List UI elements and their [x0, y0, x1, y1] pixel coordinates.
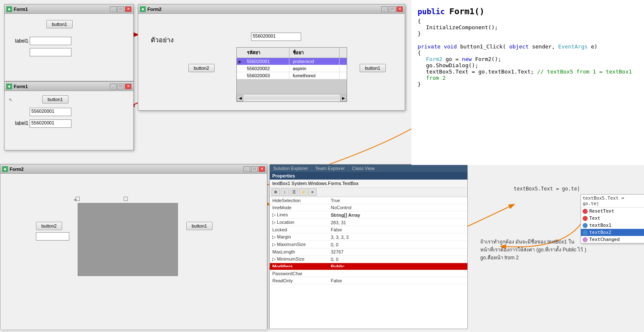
- code-showdialog: go.ShowDialog();: [418, 62, 638, 68]
- props-btn-2[interactable]: ↕: [281, 188, 289, 196]
- form2-bottom-datagrid[interactable]: [78, 203, 178, 276]
- tab-class-view[interactable]: Class View: [349, 165, 378, 172]
- props-btn-1[interactable]: ⚙: [271, 188, 280, 196]
- scroll-left[interactable]: ◀: [237, 95, 243, 101]
- prop-val-minimumsize: 0, 0: [328, 256, 467, 263]
- prop-val-maximumsize: 0, 0: [328, 241, 467, 248]
- col-code: รหัสยา: [243, 48, 289, 58]
- f2t-min[interactable]: _: [381, 6, 388, 12]
- autocomplete-label-textbox2: textBox2: [589, 230, 611, 235]
- prop-row-hideselection: HideSelection True: [270, 197, 467, 204]
- form2-bottom-button2[interactable]: button2: [36, 222, 62, 230]
- prop-name-locked: Locked: [270, 226, 328, 233]
- code-block-constructor: { InitializeComponent(); }: [418, 18, 638, 37]
- autocomplete-popup: textBox5.Text = go.te| ResetText Text te…: [581, 194, 644, 243]
- prop-row-maxlength: MaxLength 32767: [270, 248, 467, 256]
- form2-top-button2[interactable]: button2: [188, 64, 215, 72]
- form1-bottom-button1[interactable]: button1: [42, 95, 68, 104]
- form1-bottom-textbox2[interactable]: 556020001: [30, 119, 71, 128]
- kw-private: private: [418, 43, 444, 50]
- prop-expand-minimumsize[interactable]: ▷ MinimumSize: [270, 256, 328, 263]
- prop-row-modifiers[interactable]: Modifiers Public: [270, 263, 467, 270]
- f2b-max[interactable]: □: [251, 166, 258, 172]
- autocomplete-item-text[interactable]: Text: [581, 215, 644, 222]
- scroll-right[interactable]: ▶: [340, 95, 347, 101]
- code-param-sender: sender,: [532, 43, 558, 50]
- example-text: ตัวอย่าง: [151, 35, 174, 45]
- form1-bottom-textbox1[interactable]: 556020001: [30, 108, 71, 116]
- f2b-cls[interactable]: ✕: [259, 166, 265, 172]
- form1-bottom-icon: ■: [6, 84, 12, 89]
- properties-object-label: textBox1 System.Windows.Forms.TextBox: [270, 180, 467, 188]
- f2b-min[interactable]: _: [243, 166, 250, 172]
- minimize-btn[interactable]: _: [110, 6, 117, 12]
- properties-table: HideSelection True ImeMode NoControl ▷ L…: [270, 197, 467, 284]
- datagrid-row-0[interactable]: ▶ 556020001 probenicid: [237, 58, 347, 65]
- autocomplete-icon-textbox2: [583, 230, 588, 235]
- close-btn[interactable]: ✕: [125, 6, 132, 12]
- tab-team-explorer[interactable]: Team Explorer: [312, 165, 349, 172]
- form1-bottom-label1-text: label1: [15, 120, 28, 126]
- autocomplete-label-resettext: ResetText: [589, 208, 614, 214]
- prop-name-modifiers: Modifiers: [270, 263, 328, 270]
- kw-void: void: [444, 43, 460, 50]
- props-btn-4[interactable]: ⚡: [299, 188, 307, 196]
- prop-expand-margin[interactable]: ▷ Margin: [270, 233, 328, 241]
- code-textbox-assign: textBox5.Text = go.textBox1.Text; // tex…: [418, 68, 638, 81]
- datagrid-row-2[interactable]: 556020003 fumethonol: [237, 72, 347, 79]
- form2-top-title: Form2: [147, 7, 162, 12]
- code-type-eventargs: EventArgs: [558, 43, 591, 50]
- code-line-public-form1: public Form1(): [418, 6, 638, 16]
- maximize-btn[interactable]: □: [117, 6, 124, 12]
- form2-bottom-button1[interactable]: button1: [186, 222, 213, 230]
- prop-expand-maximumsize[interactable]: ▷ MaximumSize: [270, 241, 328, 248]
- code-assign-stmt: textBox5.Text = go.textBox1.Text;: [426, 68, 537, 75]
- form2-bottom-controls: _ □ ✕: [243, 166, 265, 172]
- form1-top-titlebar: ■ Form1 _ □ ✕: [5, 5, 133, 14]
- properties-header-label: Properties: [272, 173, 295, 178]
- form1-top-window: ■ Form1 _ □ ✕ button1 label1: [4, 4, 134, 81]
- form2-top-textbox-value: 556020001: [253, 33, 276, 38]
- autocomplete-code-prefix: textBox5.Text = go.te|: [581, 195, 644, 208]
- f2t-max[interactable]: □: [389, 6, 396, 12]
- max-btn[interactable]: □: [117, 84, 124, 89]
- form2-top-controls: _ □ ✕: [381, 6, 403, 12]
- annotation-textbox5-code: textBox5.Text = go.te|: [514, 186, 580, 192]
- code-block-button1click: private void button1_Click( object sende…: [418, 43, 638, 87]
- prop-row-lines: ▷ Lines String[] Array: [270, 211, 467, 219]
- form2-bottom-textbox[interactable]: [36, 232, 69, 241]
- f2t-cls[interactable]: ✕: [396, 6, 403, 12]
- autocomplete-item-textbox2[interactable]: textBox2: [581, 229, 644, 236]
- autocomplete-item-textbox1[interactable]: textBox1: [581, 222, 644, 229]
- row0-col1: 556020001: [243, 58, 289, 65]
- datagrid-scrollbar[interactable]: ◀ ▶: [237, 94, 347, 101]
- form1-top-textbox2[interactable]: [30, 48, 71, 56]
- header-indicator: [237, 48, 243, 58]
- cls-btn[interactable]: ✕: [125, 84, 132, 89]
- form2-top-button1[interactable]: button1: [360, 64, 386, 72]
- props-btn-5[interactable]: ≡: [308, 188, 317, 196]
- props-btn-3[interactable]: ☰: [290, 188, 298, 196]
- form2-bottom-title: Form2: [10, 167, 24, 172]
- prop-expand-lines[interactable]: ▷ Lines: [270, 211, 328, 219]
- prop-val-lines: String[] Array: [328, 211, 467, 219]
- prop-val-readonly: False: [328, 277, 467, 284]
- prop-val-maxlength: 32767: [328, 248, 467, 256]
- prop-val-locked: False: [328, 226, 467, 233]
- min-btn[interactable]: _: [110, 84, 117, 89]
- prop-val-passwordchar: [328, 270, 467, 277]
- tab-solution-explorer[interactable]: Solution Explorer: [270, 165, 312, 172]
- form2-top-textbox1[interactable]: 556020001: [251, 33, 301, 41]
- row2-indicator: [237, 72, 243, 79]
- row1-col2: aspirin: [289, 65, 340, 72]
- form1-top-button1[interactable]: button1: [46, 20, 73, 28]
- code-param-e: e): [591, 43, 598, 50]
- prop-expand-location[interactable]: ▷ Location: [270, 219, 328, 226]
- prop-val-location: 283, 31: [328, 219, 467, 226]
- resize-handle-right[interactable]: [124, 197, 128, 201]
- form1-bottom-textbox1-value: 556020001: [31, 109, 54, 114]
- autocomplete-item-resettext[interactable]: ResetText: [581, 208, 644, 215]
- datagrid-row-1[interactable]: 556020002 aspirin: [237, 65, 347, 72]
- autocomplete-icon-text: [583, 216, 588, 221]
- form1-top-textbox1[interactable]: [30, 37, 71, 45]
